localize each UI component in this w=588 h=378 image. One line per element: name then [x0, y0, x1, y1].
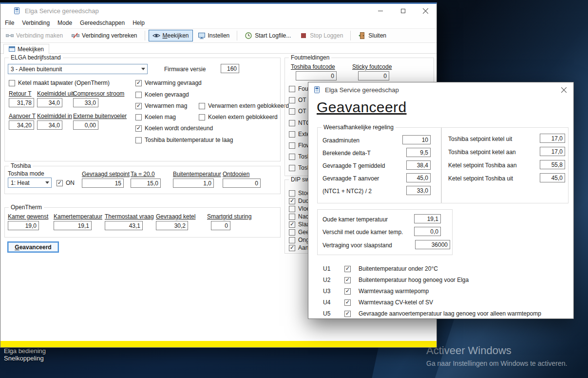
sticky-foutcode-field[interactable]: 0 — [358, 71, 389, 80]
row-input[interactable]: 45,0 — [406, 173, 431, 182]
field-gevraagd-ketel: Gevraagd ketel 30,2 — [156, 213, 195, 230]
foutmelding-checkbox[interactable]: Flow — [289, 142, 310, 149]
firmware-field[interactable]: 160 — [221, 64, 239, 73]
field-label: Ontdooien — [223, 171, 261, 178]
foutmelding-checkbox[interactable]: OT t — [289, 108, 309, 115]
field-ontdooien: Ontdooien 0 — [223, 171, 261, 188]
checkbox-koelen-extern-geblokkeerd[interactable]: Koelen extern geblokkeerd — [199, 114, 278, 120]
row-input[interactable]: 0,0 — [414, 227, 441, 236]
minimize-button[interactable] — [369, 4, 392, 18]
field-input[interactable]: 31,78 — [9, 98, 34, 107]
field-input[interactable]: 0 — [223, 179, 261, 188]
desktop-shortcut[interactable]: Elga bediening Snelkoppeling — [4, 347, 46, 362]
toolbar-stop-loggen[interactable]: Stop Loggen — [296, 30, 347, 41]
row-input[interactable]: 55,8 — [540, 160, 565, 169]
condition-checkbox[interactable] — [344, 288, 351, 295]
checkbox-koelen-gevraagd[interactable]: Koelen gevraagd — [135, 91, 189, 98]
field-input[interactable]: 34,0 — [37, 98, 62, 107]
condition-checkbox[interactable] — [344, 266, 351, 272]
field-input[interactable]: 0 — [211, 221, 230, 230]
group-title: Toshiba — [9, 162, 33, 169]
foutmelding-checkbox[interactable]: Exte — [289, 131, 310, 138]
field-label: Kamertemperatuur — [54, 213, 102, 220]
row-input[interactable]: 10 — [402, 135, 431, 144]
foutmelding-checkbox[interactable]: Fout — [289, 85, 310, 92]
condition-checkbox[interactable] — [344, 299, 351, 306]
desktop: Elga bediening Snelkoppeling Activeer Wi… — [0, 0, 588, 378]
row-input[interactable]: 33,0 — [406, 186, 431, 195]
dip-checkbox[interactable]: Aan/ — [289, 244, 310, 251]
checkbox-box — [289, 237, 295, 243]
field-input[interactable]: 19,1 — [54, 221, 92, 230]
menu-help[interactable]: Help — [129, 18, 149, 28]
condition-u4: U4 Warmtevraag CV-ketel of SV — [323, 299, 433, 306]
checkbox-label: Toshiba buitentemperatuur te laag — [145, 137, 233, 143]
condition-u1: U1 Buitentemperatuur onder 20°C — [323, 265, 438, 272]
toolbar-verbinding-maken[interactable]: Verbinding maken — [2, 30, 67, 41]
field-input[interactable]: 0,00 — [73, 120, 98, 130]
menu-gereedschappen[interactable]: Gereedschappen — [76, 18, 129, 28]
checkbox-verwarming-gevraagd[interactable]: Verwarming gevraagd — [135, 80, 202, 86]
checkbox-ketel-maakt-tapwater[interactable]: Ketel maakt tapwater (OpenTherm) — [9, 80, 110, 86]
row-input[interactable]: 36000 — [415, 240, 450, 249]
connect-icon — [6, 32, 14, 40]
field-input[interactable]: 19,0 — [8, 221, 39, 230]
row-toshiba-setpoint-ketel-uit: Toshiba setpoint ketel uit 17,0 — [448, 134, 565, 143]
field-input[interactable]: 15,0 — [131, 179, 161, 188]
row-input[interactable]: 17,0 — [540, 147, 565, 156]
row-oude-kamer-temperatuur: Oude kamer temperatuur 19,1 — [322, 214, 450, 224]
field-input[interactable]: 33,0 — [73, 98, 98, 107]
foutmelding-checkbox[interactable]: Tosh — [289, 164, 310, 171]
condition-code: U3 — [323, 288, 344, 295]
maximize-button[interactable] — [392, 4, 414, 18]
field-label: Gevraagd setpoint — [82, 171, 130, 178]
dialog-close-button[interactable] — [554, 82, 573, 97]
field-input[interactable]: 1,0 — [173, 179, 214, 188]
toolbar-sluiten[interactable]: Sluiten — [354, 30, 390, 41]
field-ta: Ta = 20.0 15,0 — [131, 171, 161, 188]
row-ketel-setpoint-toshiba-uit: Ketel setpoint Toshiba uit 45,0 — [448, 173, 565, 183]
chevron-down-icon — [139, 68, 147, 70]
menu-file[interactable]: File — [1, 18, 18, 28]
row-input[interactable]: 38,4 — [406, 160, 431, 170]
field-input[interactable]: 34,0 — [37, 120, 62, 130]
toshiba-mode-select[interactable]: 1: Heat — [8, 178, 52, 188]
main-titlebar[interactable]: Elga Service gereedschap — [0, 4, 436, 18]
checkbox-verwarmen-extern-geblokkeerd[interactable]: Verwarmen extern geblokkeerd — [199, 102, 289, 109]
row-input[interactable]: 17,0 — [540, 134, 565, 143]
field-input[interactable]: 43,1 — [105, 221, 143, 230]
close-button[interactable] — [414, 4, 436, 18]
toolbar-verbinding-verbreken[interactable]: Verbinding verbreken — [68, 30, 141, 41]
checkbox-box — [289, 206, 295, 212]
condition-checkbox[interactable] — [344, 311, 351, 317]
checkbox-toshiba-on[interactable]: ON — [57, 179, 75, 186]
row-label: Verschil met oude kamer temp. — [322, 229, 403, 236]
dialog-titlebar[interactable]: Elga Service gereedschap — [308, 82, 573, 97]
toolbar-start-logfile[interactable]: Start Logfile... — [241, 30, 295, 41]
row-input[interactable]: 19,1 — [414, 214, 441, 223]
geavanceerd-button[interactable]: Geavanceerd — [7, 241, 59, 253]
field-label: Gevraagd ketel — [156, 213, 195, 220]
checkbox-toshiba-buitentemperatuur-te-laag[interactable]: Toshiba buitentemperatuur te laag — [135, 137, 233, 143]
field-input[interactable]: 30,2 — [156, 221, 188, 230]
checkbox-verwarmen-mag[interactable]: Verwarmen mag — [135, 102, 187, 109]
field-input[interactable]: 34,20 — [9, 120, 34, 130]
row-label: Vertraging voor slaapstand — [322, 242, 392, 249]
toshiba-foutcode-field[interactable]: 0 — [296, 71, 337, 80]
group-title: ELGA bedrijfsstand — [9, 54, 63, 61]
checkbox-koelen-wordt-ondersteund[interactable]: Koelen wordt ondersteund — [135, 125, 213, 132]
field-input[interactable]: 15 — [82, 179, 124, 188]
condition-checkbox[interactable] — [344, 277, 351, 283]
row-input[interactable]: 9,5 — [406, 148, 431, 157]
menu-mode[interactable]: Mode — [54, 18, 76, 28]
foutmelding-checkbox[interactable]: NTC — [289, 119, 310, 126]
menu-verbinding[interactable]: Verbinding — [18, 18, 54, 28]
foutmelding-checkbox[interactable]: Tosh — [289, 153, 310, 160]
row-input[interactable]: 45,0 — [540, 173, 565, 182]
checkbox-koelen-mag[interactable]: Koelen mag — [135, 114, 176, 120]
bedrijfsstand-select[interactable]: 3 - Alleen buitenunit — [8, 64, 148, 74]
toolbar-instellen[interactable]: Instellen — [194, 30, 234, 41]
toolbar-meekijken[interactable]: Meekijken — [149, 30, 193, 41]
group-title: Weersafhankelijke regeling — [322, 124, 396, 131]
tab-meekijken[interactable]: Meekijken — [3, 44, 49, 54]
